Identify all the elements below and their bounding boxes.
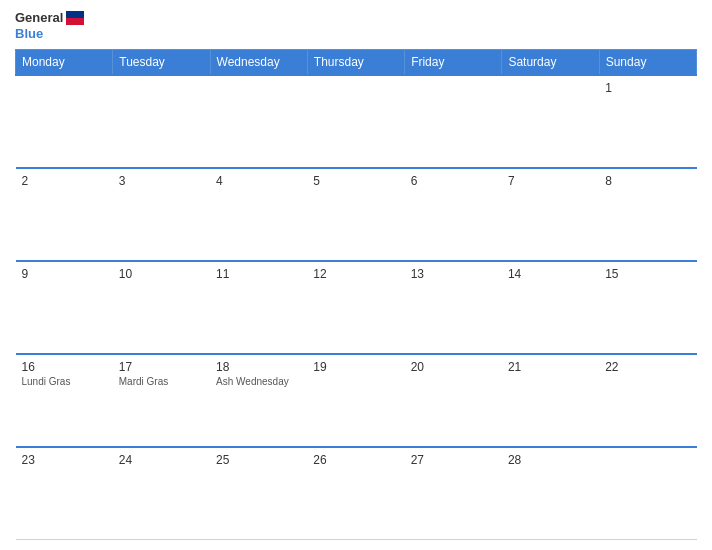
calendar-cell (210, 75, 307, 168)
calendar-cell (307, 75, 404, 168)
calendar-cell (502, 75, 599, 168)
day-number: 10 (119, 267, 204, 281)
day-number: 9 (22, 267, 107, 281)
calendar-cell (113, 75, 210, 168)
day-number: 25 (216, 453, 301, 467)
calendar-wrapper: General Blue MondayTuesdayWednesdayThurs… (0, 0, 712, 550)
calendar-cell: 15 (599, 261, 696, 354)
calendar-cell: 22 (599, 354, 696, 447)
calendar-cell: 8 (599, 168, 696, 261)
day-number: 8 (605, 174, 690, 188)
calendar-cell: 9 (16, 261, 113, 354)
weekday-header-wednesday: Wednesday (210, 50, 307, 76)
calendar-cell: 3 (113, 168, 210, 261)
weekday-header-thursday: Thursday (307, 50, 404, 76)
logo: General Blue (15, 10, 84, 41)
day-number: 15 (605, 267, 690, 281)
calendar-cell: 21 (502, 354, 599, 447)
day-number: 24 (119, 453, 204, 467)
day-number: 5 (313, 174, 398, 188)
calendar-cell: 27 (405, 447, 502, 540)
calendar-week-row: 16Lundi Gras17Mardi Gras18Ash Wednesday1… (16, 354, 697, 447)
calendar-cell: 7 (502, 168, 599, 261)
svg-rect-0 (66, 11, 84, 18)
day-number: 23 (22, 453, 107, 467)
calendar-week-row: 1 (16, 75, 697, 168)
calendar-week-row: 2345678 (16, 168, 697, 261)
event-label: Mardi Gras (119, 376, 204, 387)
calendar-cell: 14 (502, 261, 599, 354)
calendar-table: MondayTuesdayWednesdayThursdayFridaySatu… (15, 49, 697, 540)
day-number: 13 (411, 267, 496, 281)
calendar-cell: 16Lundi Gras (16, 354, 113, 447)
calendar-cell: 1 (599, 75, 696, 168)
calendar-cell: 19 (307, 354, 404, 447)
day-number: 26 (313, 453, 398, 467)
day-number: 11 (216, 267, 301, 281)
svg-rect-1 (66, 18, 84, 25)
weekday-header-saturday: Saturday (502, 50, 599, 76)
calendar-cell: 24 (113, 447, 210, 540)
day-number: 19 (313, 360, 398, 374)
day-number: 18 (216, 360, 301, 374)
calendar-cell: 18Ash Wednesday (210, 354, 307, 447)
day-number: 4 (216, 174, 301, 188)
calendar-cell: 28 (502, 447, 599, 540)
logo-blue-text: Blue (15, 26, 43, 42)
day-number: 27 (411, 453, 496, 467)
day-number: 16 (22, 360, 107, 374)
calendar-cell: 13 (405, 261, 502, 354)
calendar-header: General Blue (15, 10, 697, 41)
day-number: 14 (508, 267, 593, 281)
calendar-cell: 6 (405, 168, 502, 261)
calendar-cell: 26 (307, 447, 404, 540)
day-number: 2 (22, 174, 107, 188)
day-number: 17 (119, 360, 204, 374)
weekday-header-monday: Monday (16, 50, 113, 76)
logo-flag-icon (66, 11, 84, 25)
calendar-cell: 11 (210, 261, 307, 354)
weekday-header-row: MondayTuesdayWednesdayThursdayFridaySatu… (16, 50, 697, 76)
calendar-cell: 25 (210, 447, 307, 540)
calendar-cell: 5 (307, 168, 404, 261)
calendar-cell: 10 (113, 261, 210, 354)
day-number: 1 (605, 81, 690, 95)
logo-general-text: General (15, 10, 63, 26)
calendar-cell: 17Mardi Gras (113, 354, 210, 447)
calendar-cell (405, 75, 502, 168)
day-number: 6 (411, 174, 496, 188)
day-number: 7 (508, 174, 593, 188)
calendar-cell (599, 447, 696, 540)
calendar-week-row: 232425262728 (16, 447, 697, 540)
weekday-header-friday: Friday (405, 50, 502, 76)
calendar-week-row: 9101112131415 (16, 261, 697, 354)
day-number: 3 (119, 174, 204, 188)
calendar-cell: 23 (16, 447, 113, 540)
weekday-header-tuesday: Tuesday (113, 50, 210, 76)
weekday-header-sunday: Sunday (599, 50, 696, 76)
calendar-cell: 12 (307, 261, 404, 354)
day-number: 21 (508, 360, 593, 374)
day-number: 12 (313, 267, 398, 281)
day-number: 20 (411, 360, 496, 374)
calendar-cell: 2 (16, 168, 113, 261)
day-number: 22 (605, 360, 690, 374)
event-label: Ash Wednesday (216, 376, 301, 387)
day-number: 28 (508, 453, 593, 467)
calendar-cell: 4 (210, 168, 307, 261)
calendar-cell (16, 75, 113, 168)
event-label: Lundi Gras (22, 376, 107, 387)
calendar-cell: 20 (405, 354, 502, 447)
